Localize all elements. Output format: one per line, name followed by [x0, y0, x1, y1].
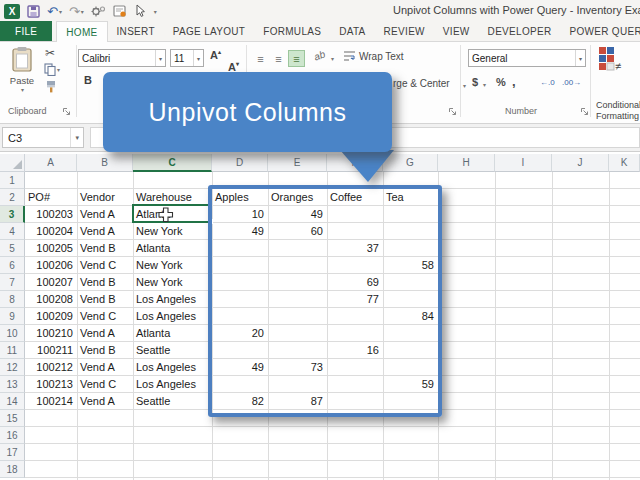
- tab-review[interactable]: REVIEW: [375, 22, 434, 41]
- row-header-7[interactable]: 7: [0, 274, 25, 291]
- tab-power-query[interactable]: POWER QUERY: [560, 22, 640, 41]
- cell-a12[interactable]: 100212: [25, 359, 77, 376]
- customize-quick-access-icon[interactable]: ▾: [154, 3, 157, 19]
- cell-a8[interactable]: 100208: [25, 291, 77, 308]
- row-header-16[interactable]: 16: [0, 427, 25, 444]
- column-header-i[interactable]: I: [495, 154, 552, 172]
- macros-icon[interactable]: [91, 3, 106, 19]
- row-header-1[interactable]: 1: [0, 172, 25, 189]
- row-header-10[interactable]: 10: [0, 325, 25, 342]
- number-format-select[interactable]: General ▾: [468, 49, 586, 67]
- cell-c7[interactable]: New York: [133, 274, 212, 291]
- row-header-14[interactable]: 14: [0, 393, 25, 410]
- row-header-13[interactable]: 13: [0, 376, 25, 393]
- cell-c13[interactable]: Los Angeles: [133, 376, 212, 393]
- undo-dropdown-icon[interactable]: ▾: [59, 8, 62, 15]
- row-header-3[interactable]: 3: [0, 206, 25, 223]
- merge-center-dropdown-icon[interactable]: ▾: [463, 82, 466, 89]
- row-header-5[interactable]: 5: [0, 240, 25, 257]
- cell-b2[interactable]: Vendor: [77, 189, 133, 206]
- cut-icon[interactable]: ✂: [45, 46, 55, 60]
- row-header-15[interactable]: 15: [0, 410, 25, 427]
- cell-a10[interactable]: 100210: [25, 325, 77, 342]
- row-header-6[interactable]: 6: [0, 257, 25, 274]
- orientation-dropdown-icon[interactable]: ▾: [331, 55, 334, 62]
- cell-c6[interactable]: New York: [133, 257, 212, 274]
- font-name-dropdown-icon[interactable]: ▾: [155, 50, 162, 66]
- row-header-8[interactable]: 8: [0, 291, 25, 308]
- tab-formulas[interactable]: FORMULAS: [254, 22, 330, 41]
- row-header-18[interactable]: 18: [0, 461, 25, 478]
- decrease-decimal-icon[interactable]: .00→: [562, 78, 581, 87]
- cell-a9[interactable]: 100209: [25, 308, 77, 325]
- column-header-j[interactable]: J: [552, 154, 609, 172]
- cell-b4[interactable]: Vend A: [77, 223, 133, 240]
- cell-b13[interactable]: Vend C: [77, 376, 133, 393]
- cell-b5[interactable]: Vend B: [77, 240, 133, 257]
- percent-style-button[interactable]: %: [496, 76, 506, 88]
- cell-b12[interactable]: Vend A: [77, 359, 133, 376]
- cell-c14[interactable]: Seattle: [133, 393, 212, 410]
- select-all-corner[interactable]: [0, 154, 25, 172]
- cell-c11[interactable]: Seattle: [133, 342, 212, 359]
- column-header-a[interactable]: A: [25, 154, 77, 172]
- copy-icon[interactable]: ▾: [44, 63, 60, 76]
- cell-a13[interactable]: 100213: [25, 376, 77, 393]
- font-size-dropdown-icon[interactable]: ▾: [193, 50, 200, 66]
- name-box[interactable]: C3 ▾: [2, 127, 84, 148]
- cell-a5[interactable]: 100205: [25, 240, 77, 257]
- cell-b8[interactable]: Vend B: [77, 291, 133, 308]
- format-painter-icon[interactable]: [45, 80, 57, 93]
- cell-c5[interactable]: Atlanta: [133, 240, 212, 257]
- conditional-formatting-label[interactable]: Conditional Formatting: [596, 100, 640, 122]
- wrap-text-label[interactable]: Wrap Text: [359, 51, 404, 62]
- cell-a11[interactable]: 100211: [25, 342, 77, 359]
- wrap-text-icon[interactable]: [343, 50, 356, 62]
- currency-dropdown-icon[interactable]: ▾: [483, 81, 486, 88]
- column-header-d[interactable]: D: [212, 154, 268, 172]
- row-header-9[interactable]: 9: [0, 308, 25, 325]
- row-header-4[interactable]: 4: [0, 223, 25, 240]
- column-header-c[interactable]: C: [133, 154, 212, 172]
- tab-data[interactable]: DATA: [330, 22, 374, 41]
- row-header-11[interactable]: 11: [0, 342, 25, 359]
- cell-b14[interactable]: Vend A: [77, 393, 133, 410]
- column-header-e[interactable]: E: [268, 154, 327, 172]
- bold-button[interactable]: B: [84, 74, 92, 86]
- undo-button[interactable]: ↶▾: [47, 3, 62, 19]
- save-icon[interactable]: [27, 3, 40, 19]
- cell-c9[interactable]: Los Angeles: [133, 308, 212, 325]
- row-header-17[interactable]: 17: [0, 444, 25, 461]
- tab-view[interactable]: VIEW: [434, 22, 479, 41]
- copy-dropdown-icon[interactable]: ▾: [57, 66, 60, 73]
- cell-c12[interactable]: Los Angeles: [133, 359, 212, 376]
- tab-home[interactable]: HOME: [56, 21, 107, 42]
- cell-a6[interactable]: 100206: [25, 257, 77, 274]
- comma-style-button[interactable]: ,: [512, 74, 516, 89]
- middle-align-button[interactable]: ≡: [270, 50, 287, 67]
- tab-page-layout[interactable]: PAGE LAYOUT: [164, 22, 254, 41]
- row-header-2[interactable]: 2: [0, 189, 25, 206]
- paste-dropdown-icon[interactable]: ▾: [21, 86, 24, 93]
- cell-c4[interactable]: New York: [133, 223, 212, 240]
- top-align-button[interactable]: ≡: [252, 50, 269, 67]
- merge-center-label[interactable]: rge & Center: [393, 78, 450, 89]
- column-header-h[interactable]: H: [438, 154, 495, 172]
- paste-button[interactable]: Paste ▾: [6, 46, 38, 108]
- increase-decimal-icon[interactable]: ←.0: [540, 78, 555, 87]
- cell-a4[interactable]: 100204: [25, 223, 77, 240]
- cell-c8[interactable]: Los Angeles: [133, 291, 212, 308]
- cell-b7[interactable]: Vend B: [77, 274, 133, 291]
- cell-a2[interactable]: PO#: [25, 189, 77, 206]
- tab-insert[interactable]: INSERT: [108, 22, 164, 41]
- conditional-formatting-icon[interactable]: ≠: [598, 46, 626, 72]
- row-header-12[interactable]: 12: [0, 359, 25, 376]
- tab-developer[interactable]: DEVELOPER: [479, 22, 561, 41]
- cell-b3[interactable]: Vend A: [77, 206, 133, 223]
- font-name-select[interactable]: Calibri ▾: [78, 49, 166, 67]
- cell-a3[interactable]: 100203: [25, 206, 77, 223]
- cell-b10[interactable]: Vend A: [77, 325, 133, 342]
- cell-a14[interactable]: 100214: [25, 393, 77, 410]
- form-properties-icon[interactable]: [113, 3, 127, 19]
- clipboard-dialog-launcher-icon[interactable]: [62, 107, 71, 116]
